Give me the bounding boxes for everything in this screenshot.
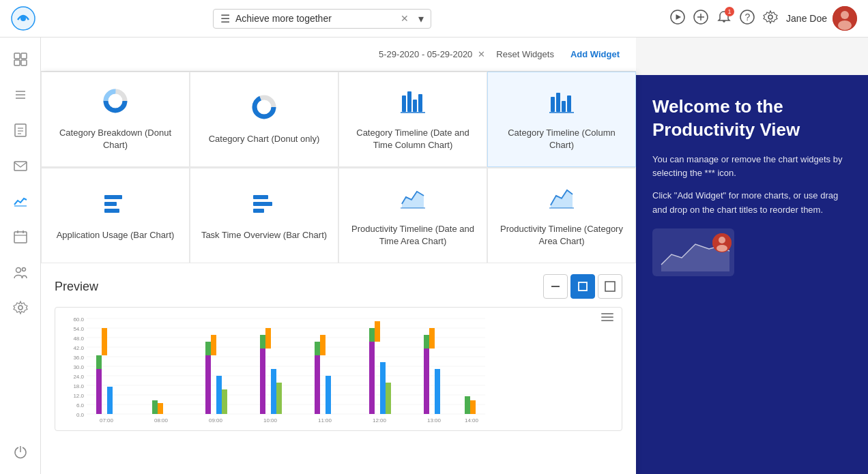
sidebar-item-calendar[interactable] (5, 222, 35, 252)
date-close-button[interactable]: ✕ (478, 49, 485, 59)
svg-rect-116 (96, 355, 102, 369)
widget-label-productivity-timeline-category-area: Productivity Timeline (Category Area Cha… (495, 223, 628, 248)
widget-cell-task-time-overview-bar[interactable]: Task Time Overview (Bar Chart) (190, 168, 338, 263)
svg-rect-83 (253, 195, 268, 199)
search-chevron-icon[interactable]: ▾ (418, 12, 424, 25)
widget-selector-panel: Category Breakdown (Donut Chart) Categor… (41, 72, 636, 474)
svg-rect-128 (265, 328, 271, 349)
widget-cell-productivity-timeline-datetime-area[interactable]: Productivity Timeline (Date and Time Are… (338, 168, 487, 263)
widget-label-category-chart-donut: Category Chart (Donut only) (209, 133, 320, 145)
svg-point-11 (768, 15, 772, 19)
add-widget-button[interactable]: Add Widget (565, 46, 625, 63)
svg-point-33 (22, 268, 25, 271)
svg-rect-91 (579, 282, 587, 291)
svg-rect-120 (158, 403, 163, 414)
svg-rect-115 (96, 369, 102, 414)
search-clear-icon[interactable]: ✕ (401, 13, 409, 24)
svg-rect-118 (107, 387, 113, 414)
svg-rect-138 (380, 362, 386, 414)
size-small-button[interactable] (543, 274, 568, 299)
svg-rect-75 (551, 97, 555, 112)
topbar: ☰ Achieve more together ✕ ▾ 1 ? Jane Doe (0, 0, 868, 38)
svg-text:42.0: 42.0 (73, 345, 84, 351)
svg-rect-137 (375, 321, 380, 342)
play-button[interactable] (670, 10, 685, 28)
svg-rect-26 (14, 162, 27, 171)
svg-rect-123 (211, 335, 216, 355)
settings-button[interactable] (763, 10, 778, 28)
sidebar-item-dashboard[interactable] (5, 44, 35, 74)
widget-cell-category-chart-donut[interactable]: Category Chart (Donut only) (190, 72, 338, 167)
svg-point-14 (838, 20, 852, 30)
svg-rect-142 (429, 328, 435, 349)
donut-only-chart-icon (250, 93, 278, 126)
help-button[interactable]: ? (740, 10, 755, 28)
svg-point-13 (841, 11, 849, 19)
svg-text:13:00: 13:00 (427, 417, 442, 424)
user-area[interactable]: Jane Doe (786, 6, 857, 31)
svg-point-156 (719, 237, 725, 243)
horizontal-bar-chart-icon-2 (250, 190, 278, 222)
svg-text:14:00: 14:00 (465, 417, 479, 424)
size-large-button[interactable] (598, 274, 622, 299)
sidebar (0, 38, 41, 474)
svg-text:48.0: 48.0 (73, 336, 84, 342)
widget-cell-category-timeline-datetime[interactable]: Category Timeline (Date and Time Column … (338, 72, 487, 167)
widget-cell-category-breakdown-donut[interactable]: Category Breakdown (Donut Chart) (41, 72, 190, 167)
app-logo[interactable] (11, 6, 35, 31)
svg-text:?: ? (745, 12, 751, 23)
notifications-button[interactable]: 1 (717, 10, 732, 28)
svg-text:6.0: 6.0 (76, 402, 85, 409)
svg-point-34 (18, 306, 23, 310)
svg-text:36.0: 36.0 (73, 355, 84, 361)
widget-cell-category-timeline-column[interactable]: Category Timeline (Column Chart) (487, 72, 636, 167)
size-medium-button[interactable] (570, 274, 595, 299)
svg-rect-126 (260, 349, 265, 414)
add-button[interactable] (693, 10, 708, 28)
svg-rect-85 (253, 209, 264, 213)
svg-rect-76 (556, 93, 560, 112)
svg-text:54.0: 54.0 (73, 326, 84, 332)
column-chart-datetime-icon (399, 87, 426, 120)
widget-toolbar: 5-29-2020 - 05-29-2020 ✕ Reset Widgets A… (41, 38, 636, 72)
date-range-text: 5-29-2020 - 05-29-2020 (379, 49, 472, 59)
search-text: Achieve more together (235, 13, 395, 24)
svg-text:24.0: 24.0 (73, 374, 84, 380)
right-panel: Welcome to the Productivity View You can… (636, 75, 868, 474)
svg-rect-82 (104, 209, 119, 213)
svg-rect-18 (21, 60, 27, 65)
svg-rect-125 (222, 389, 227, 414)
svg-text:07:00: 07:00 (100, 417, 114, 424)
sidebar-item-power[interactable] (5, 437, 35, 467)
area-chart-datetime-icon (399, 183, 426, 216)
sidebar-item-charts[interactable] (5, 186, 35, 216)
svg-text:08:00: 08:00 (154, 417, 169, 424)
svg-marker-86 (402, 192, 424, 208)
widget-label-category-timeline-datetime: Category Timeline (Date and Time Column … (346, 127, 480, 151)
sidebar-item-settings[interactable] (5, 293, 35, 323)
notification-count: 1 (725, 7, 734, 16)
svg-rect-17 (14, 60, 20, 65)
sidebar-item-list[interactable] (5, 80, 35, 110)
reset-widgets-button[interactable]: Reset Widgets (491, 46, 560, 63)
svg-rect-80 (104, 195, 122, 199)
svg-rect-141 (424, 335, 429, 349)
svg-rect-145 (470, 400, 476, 414)
sidebar-item-reports[interactable] (5, 115, 35, 145)
preview-chart: 60.0 54.0 48.0 42.0 36.0 30.0 24.0 18.0 … (55, 307, 622, 431)
sidebar-item-team[interactable] (5, 257, 35, 287)
donut-chart-icon (102, 87, 129, 120)
sidebar-item-inbox[interactable] (5, 151, 35, 181)
svg-text:30.0: 30.0 (73, 364, 84, 370)
svg-rect-119 (152, 400, 158, 414)
chart-menu-icon[interactable] (601, 313, 613, 321)
svg-rect-135 (369, 342, 375, 414)
search-bar: ☰ Achieve more together ✕ ▾ (213, 9, 431, 29)
widget-cell-productivity-timeline-category-area[interactable]: Productivity Timeline (Category Area Cha… (487, 168, 636, 263)
svg-rect-127 (260, 335, 265, 349)
right-panel-text-2: Click "Add Widget" for more charts, or u… (652, 189, 852, 218)
widget-cell-application-usage-bar[interactable]: Application Usage (Bar Chart) (41, 168, 190, 263)
svg-point-157 (717, 245, 727, 252)
svg-rect-132 (315, 342, 320, 355)
svg-rect-131 (315, 355, 320, 414)
